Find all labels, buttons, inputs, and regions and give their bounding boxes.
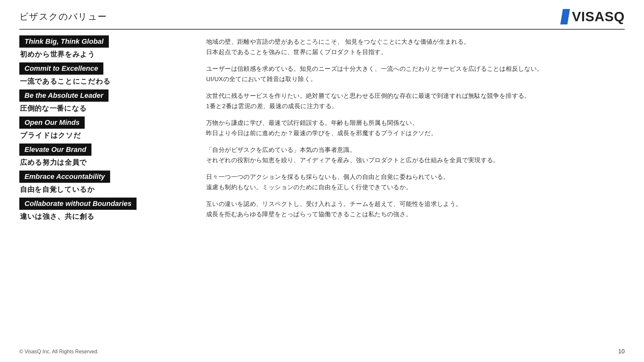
value-desc-3-line1: 次世代に残るサービスを作りたい。絶対勝てないと思わせる圧倒的な存在に最速で到達す… (206, 92, 531, 99)
value-left-2: Commit to Excellence 一流であることにこだわる (19, 62, 187, 86)
value-badge-1: Think Big, Think Global (19, 35, 109, 48)
main-content: Think Big, Think Global 初めから世界をみよう 地域の壁、… (0, 30, 644, 225)
header: ビザスクのバリュー VISASQ (0, 0, 644, 24)
value-japanese-7: 違いは強さ、共に創る (19, 212, 187, 221)
value-desc-1: 地域の壁、距離や言語の壁があるところにこそ、 知見をつなぐことに大きな価値が生ま… (206, 37, 625, 58)
svg-marker-0 (560, 9, 570, 24)
value-row-4: Open Our Minds プライドはクソだ 万物から謙虚に学び、最速で試行錯… (19, 116, 625, 140)
footer: © VisasQ Inc. All Rights Reserved. 10 (19, 348, 625, 355)
value-left-5: Elevate Our Brand 広める努力は全員で (19, 144, 187, 167)
value-desc-6-line1: 日々一つ一つのアクションを採るも採らないも、個人の自由と自覚に委ねられている。 (206, 173, 450, 180)
value-row-1: Think Big, Think Global 初めから世界をみよう 地域の壁、… (19, 35, 625, 59)
slide-page: ビザスクのバリュー VISASQ Think Big, Think Global… (0, 0, 644, 362)
value-left-7: Collaborate without Boundaries 違いは強さ、共に創… (19, 198, 187, 221)
value-badge-5: Elevate Our Brand (19, 144, 91, 156)
value-desc-7-line2: 成長を拒むあらゆる障壁をとっぱらって協働できることは私たちの強さ。 (206, 211, 412, 218)
logo-slash-icon (560, 9, 570, 24)
value-desc-1-line1: 地域の壁、距離や言語の壁があるところにこそ、 知見をつなぐことに大きな価値が生ま… (206, 38, 470, 45)
value-desc-4-line1: 万物から謙虚に学び、最速で試行錯誤する。年齢も階層も所属も関係ない。 (206, 119, 418, 126)
value-japanese-3: 圧倒的な一番になる (19, 104, 187, 113)
value-left-6: Embrace Accountability 自由を自覚しているか (19, 171, 187, 194)
value-japanese-1: 初めから世界をみよう (19, 50, 187, 59)
value-right-2: ユーザーは信頼感を求めている。知見のニーズは十分大きく、一流へのこだわりとサービ… (206, 62, 625, 85)
value-desc-2: ユーザーは信頼感を求めている。知見のニーズは十分大きく、一流へのこだわりとサービ… (206, 64, 625, 85)
value-desc-6-line2: 遠慮も制約もない。ミッションのために自由を正しく行使できているか。 (206, 184, 412, 190)
value-right-5: 「自分がビザスクを広めている」本気の当事者意識。 それぞれの役割から知恵を絞り、… (206, 144, 625, 166)
value-desc-7: 互いの違いを認め、リスペクトし、受け入れよう。チームを超えて、可能性を追求しよう… (206, 199, 625, 220)
logo-text: VISASQ (572, 9, 625, 24)
value-right-4: 万物から謙虚に学び、最速で試行錯誤する。年齢も階層も所属も関係ない。 昨日より今… (206, 116, 625, 139)
value-japanese-2: 一流であることにこだわる (19, 77, 187, 86)
value-right-3: 次世代に残るサービスを作りたい。絶対勝てないと思わせる圧倒的な存在に最速で到達す… (206, 89, 625, 112)
value-row-3: Be the Absolute Leader 圧倒的な一番になる 次世代に残るサ… (19, 89, 625, 113)
value-desc-2-line2: UI/UXの全てにおいて雑音は取り除く。 (206, 76, 317, 82)
page-title: ビザスクのバリュー (19, 11, 107, 23)
footer-page-number: 10 (618, 348, 625, 355)
value-right-1: 地域の壁、距離や言語の壁があるところにこそ、 知見をつなぐことに大きな価値が生ま… (206, 35, 625, 58)
value-row-7: Collaborate without Boundaries 違いは強さ、共に創… (19, 198, 625, 221)
value-desc-7-line1: 互いの違いを認め、リスペクトし、受け入れよう。チームを超えて、可能性を追求しよう… (206, 200, 462, 207)
value-desc-5-line1: 「自分がビザスクを広めている」本気の当事者意識。 (206, 146, 356, 153)
value-desc-3: 次世代に残るサービスを作りたい。絶対勝てないと思わせる圧倒的な存在に最速で到達す… (206, 91, 625, 112)
value-badge-4: Open Our Minds (19, 116, 85, 129)
value-left-3: Be the Absolute Leader 圧倒的な一番になる (19, 89, 187, 113)
footer-copyright: © VisasQ Inc. All Rights Reserved. (19, 349, 99, 355)
value-row-6: Embrace Accountability 自由を自覚しているか 日々一つ一つ… (19, 171, 625, 194)
value-desc-2-line1: ユーザーは信頼感を求めている。知見のニーズは十分大きく、一流へのこだわりとサービ… (206, 65, 543, 72)
value-badge-7: Collaborate without Boundaries (19, 198, 137, 210)
value-desc-5: 「自分がビザスクを広めている」本気の当事者意識。 それぞれの役割から知恵を絞り、… (206, 145, 625, 166)
value-row-2: Commit to Excellence 一流であることにこだわる ユーザーは信… (19, 62, 625, 86)
value-left-1: Think Big, Think Global 初めから世界をみよう (19, 35, 187, 59)
value-badge-3: Be the Absolute Leader (19, 89, 109, 102)
value-desc-4: 万物から謙虚に学び、最速で試行錯誤する。年齢も階層も所属も関係ない。 昨日より今… (206, 118, 625, 139)
value-japanese-5: 広める努力は全員で (19, 158, 187, 167)
value-right-7: 互いの違いを認め、リスペクトし、受け入れよう。チームを超えて、可能性を追求しよう… (206, 198, 625, 220)
value-desc-4-line2: 昨日より今日は前に進めたか？最速の学びを、成長を邪魔するプライドはクソだ。 (206, 130, 437, 136)
value-japanese-6: 自由を自覚しているか (19, 185, 187, 194)
value-badge-6: Embrace Accountability (19, 171, 110, 183)
value-desc-5-line2: それぞれの役割から知恵を絞り、アイディアを産み、強いプロダクトと広がる仕組みを全… (206, 157, 499, 163)
value-right-6: 日々一つ一つのアクションを採るも採らないも、個人の自由と自覚に委ねられている。 … (206, 171, 625, 193)
logo: VISASQ (560, 9, 625, 24)
value-desc-3-line2: 1番と2番は雲泥の差、最速の成長に注力する。 (206, 103, 338, 109)
value-desc-1-line2: 日本起点であることを強みに、世界に届くプロダクトを目指す。 (206, 49, 387, 55)
value-left-4: Open Our Minds プライドはクソだ (19, 116, 187, 140)
value-japanese-4: プライドはクソだ (19, 131, 187, 140)
value-badge-2: Commit to Excellence (19, 62, 103, 75)
value-desc-6: 日々一つ一つのアクションを採るも採らないも、個人の自由と自覚に委ねられている。 … (206, 172, 625, 193)
value-row-5: Elevate Our Brand 広める努力は全員で 「自分がビザスクを広めて… (19, 144, 625, 167)
